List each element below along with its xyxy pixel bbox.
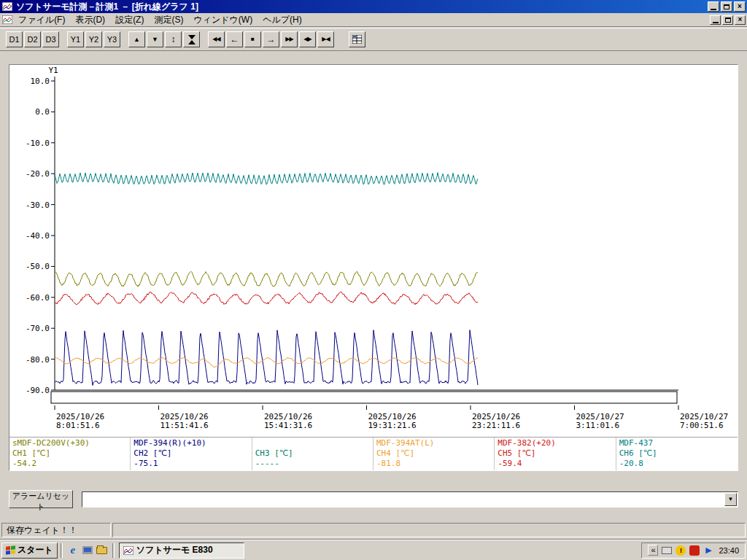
legend-ch6: MDF-437 CH6 [℃] -20.8 <box>616 438 738 470</box>
svg-text:-10.0: -10.0 <box>26 139 50 148</box>
play-icon[interactable]: ▶ <box>703 545 713 556</box>
channel-label: CH6 [℃] <box>619 448 735 459</box>
svg-text:-20.0: -20.0 <box>26 169 50 179</box>
channel-label: CH1 [℃] <box>12 448 127 459</box>
step-back-button[interactable]: ← <box>226 31 243 47</box>
menu-view[interactable]: 表示(D) <box>70 12 110 28</box>
y2-button[interactable]: Y2 <box>85 31 102 47</box>
svg-text:19:31:21.6: 19:31:21.6 <box>368 421 417 430</box>
svg-text:7:00:51.6: 7:00:51.6 <box>680 421 724 430</box>
menu-window[interactable]: ウィンドウ(W) <box>188 12 258 28</box>
security-icon[interactable] <box>689 545 700 556</box>
start-label: スタート <box>18 544 53 556</box>
menu-help[interactable]: ヘルプ(H) <box>258 12 307 28</box>
data-table-button[interactable] <box>349 31 365 47</box>
svg-text:-50.0: -50.0 <box>26 262 50 271</box>
taskbar-separator <box>61 543 63 558</box>
status-message: 保存ウェイト！！ <box>1 523 111 537</box>
right-arrow-icon: → <box>267 35 276 44</box>
child-close-button[interactable]: × <box>735 15 746 25</box>
alarm-combo[interactable]: ▼ <box>82 491 738 508</box>
channel-legend: sMDF-DC200V(+30) CH1 [℃] -54.2 MDF-394(R… <box>9 437 738 470</box>
step-forward-button[interactable]: → <box>263 31 279 47</box>
restore-button[interactable] <box>721 1 732 12</box>
y3-button[interactable]: Y3 <box>104 31 120 47</box>
svg-text:23:21:11.6: 23:21:11.6 <box>472 421 520 430</box>
system-tray: « ! ▶ 23:40 <box>641 542 746 559</box>
alarm-row: アラームリセット ▼ <box>9 490 738 508</box>
y1-button[interactable]: Y1 <box>67 31 84 47</box>
channel-label: CH4 [℃] <box>376 448 491 459</box>
chevron-down-icon: ▼ <box>728 497 734 502</box>
channel-value: -59.4 <box>498 459 612 469</box>
channel-value: -75.1 <box>133 459 248 469</box>
svg-text:-80.0: -80.0 <box>26 355 50 365</box>
graph-document-icon[interactable] <box>1 15 13 25</box>
close-button[interactable]: × <box>734 1 746 12</box>
svg-text:-30.0: -30.0 <box>26 201 50 210</box>
minimize-icon <box>711 9 716 10</box>
internet-explorer-icon[interactable]: e <box>66 543 80 558</box>
d3-button[interactable]: D3 <box>42 31 59 47</box>
channel-value: -81.8 <box>376 459 491 469</box>
desktop-icon[interactable] <box>80 543 95 558</box>
double-left-icon: ◀◀ <box>212 36 220 42</box>
taskbar-app-button[interactable]: ソフトサーモ E830 <box>119 542 244 559</box>
menu-settings[interactable]: 設定(Z) <box>110 12 149 28</box>
stop-button[interactable]: ■ <box>244 31 261 47</box>
taskbar-app-label: ソフトサーモ E830 <box>136 544 213 556</box>
chevron-left-icon[interactable]: « <box>648 545 658 556</box>
channel-label: CH3 [℃] <box>255 448 370 459</box>
d1-button[interactable]: D1 <box>6 31 23 47</box>
legend-ch2: MDF-394(R)(+10) CH2 [℃] -75.1 <box>131 438 252 470</box>
svg-text:10.0: 10.0 <box>31 77 50 86</box>
channel-name <box>255 438 370 448</box>
line-chart: 10.00.0-10.0-20.0-30.0-40.0-50.0-60.0-70… <box>9 65 738 437</box>
down-arrow-icon: ▼ <box>152 36 158 43</box>
svg-text:15:41:31.6: 15:41:31.6 <box>264 421 312 430</box>
legend-ch4: MDF-394AT(L) CH4 [℃] -81.8 <box>374 438 495 470</box>
fast-forward-button[interactable]: ▶▶ <box>281 31 298 47</box>
update-warning-icon[interactable]: ! <box>676 545 686 556</box>
folder-icon[interactable] <box>95 543 109 558</box>
start-button[interactable]: スタート <box>1 542 58 559</box>
fit-vertical-button[interactable] <box>183 31 200 47</box>
svg-text:11:51:41.6: 11:51:41.6 <box>160 421 209 430</box>
scroll-down-button[interactable]: ▼ <box>147 31 163 47</box>
fast-back-button[interactable]: ◀◀ <box>208 31 225 47</box>
hourglass-icon <box>188 35 196 44</box>
app-icon <box>123 546 133 555</box>
minimize-button[interactable] <box>708 1 719 12</box>
taskbar-separator <box>112 543 115 558</box>
collapse-horizontal-button[interactable]: ▶◀ <box>317 31 334 47</box>
title-bar: ソフトサーモ計測－計測1 － [折れ線グラフ 1] × <box>0 0 747 13</box>
svg-text:-60.0: -60.0 <box>26 293 50 303</box>
legend-ch3: CH3 [℃] ----- <box>252 438 374 470</box>
minimize-icon <box>713 22 719 23</box>
svg-text:3:11:01.6: 3:11:01.6 <box>576 421 620 430</box>
windows-logo-icon <box>6 545 15 554</box>
alarm-reset-button[interactable]: アラームリセット <box>9 490 73 508</box>
table-icon <box>352 35 362 44</box>
child-minimize-button[interactable] <box>710 15 721 25</box>
child-restore-button[interactable] <box>722 15 733 25</box>
channel-value: -54.2 <box>12 459 127 469</box>
outward-triangles-icon: ◀▶ <box>303 36 311 42</box>
expand-horizontal-button[interactable]: ◀▶ <box>299 31 316 47</box>
left-arrow-icon: ← <box>231 35 239 44</box>
svg-text:8:01:51.6: 8:01:51.6 <box>56 421 100 430</box>
expand-vertical-button[interactable]: ↕ <box>165 31 182 47</box>
menu-file[interactable]: ファイル(F) <box>13 12 70 28</box>
keyboard-icon[interactable] <box>662 547 672 554</box>
graph-panel: 10.00.0-10.0-20.0-30.0-40.0-50.0-60.0-70… <box>9 64 738 471</box>
scroll-up-button[interactable]: ▲ <box>128 31 145 47</box>
inward-triangles-icon: ▶◀ <box>322 36 329 42</box>
taskbar: スタート e ソフトサーモ E830 « ! ▶ 23:40 <box>0 540 747 560</box>
channel-name: MDF-394AT(L) <box>376 438 491 448</box>
alarm-combo-dropdown-button[interactable]: ▼ <box>724 493 737 506</box>
d2-button[interactable]: D2 <box>24 31 41 47</box>
legend-ch1: sMDF-DC200V(+30) CH1 [℃] -54.2 <box>9 438 131 470</box>
app-icon <box>1 1 13 12</box>
menu-measure[interactable]: 測定(S) <box>149 12 188 28</box>
svg-text:-40.0: -40.0 <box>26 231 50 241</box>
